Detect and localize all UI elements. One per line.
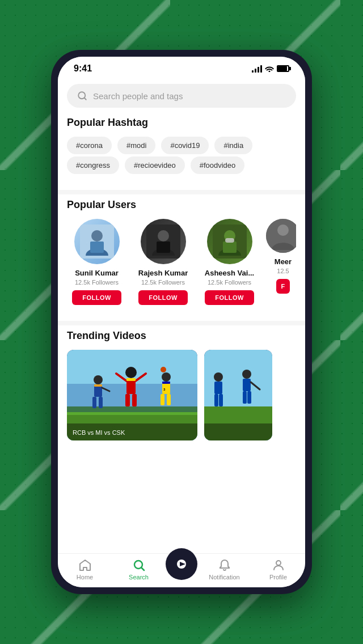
search-nav-icon: [132, 558, 146, 572]
svg-rect-22: [99, 397, 103, 408]
nav-profile-label: Profile: [269, 574, 287, 581]
hashtag-corona[interactable]: #corona: [67, 137, 112, 154]
avatar-meer: [266, 219, 296, 253]
users-scroll: Sunil Kumar 12.5k Followers FOLLOW: [67, 219, 296, 307]
wifi-icon: [265, 65, 274, 72]
svg-point-5: [158, 230, 169, 242]
svg-point-41: [214, 372, 223, 382]
nav-search[interactable]: Search: [112, 558, 166, 581]
divider-1: [58, 190, 305, 194]
user-followers-sunil: 12.5k Followers: [75, 279, 119, 286]
bottom-spacer: [58, 450, 305, 461]
svg-point-30: [162, 372, 171, 382]
svg-rect-50: [204, 423, 272, 440]
status-icons: [252, 65, 289, 73]
svg-rect-46: [243, 379, 251, 391]
hashtag-foodvideo[interactable]: #foodvideo: [191, 156, 245, 174]
svg-text:RCB vs MI vs CSK: RCB vs MI vs CSK: [73, 429, 125, 436]
svg-rect-43: [214, 394, 218, 406]
nav-profile[interactable]: Profile: [251, 558, 305, 581]
svg-rect-9: [223, 242, 237, 253]
user-card-meer[interactable]: Meer 12.5 F: [266, 219, 296, 305]
svg-rect-33: [161, 394, 164, 405]
hashtag-covid19[interactable]: #covid19: [161, 137, 209, 154]
hashtag-recioevideo[interactable]: #recioevideo: [125, 156, 185, 174]
trending-videos-title: Trending Videos: [67, 330, 296, 342]
video-card-2[interactable]: [204, 350, 272, 440]
popular-users-section: Popular Users: [58, 199, 305, 316]
svg-rect-6: [157, 242, 170, 253]
user-name-meer: Meer: [275, 257, 292, 266]
hashtag-india[interactable]: #india: [214, 137, 252, 154]
notification-icon: [218, 558, 231, 572]
svg-rect-19: [94, 384, 102, 387]
hashtag-modi[interactable]: #modi: [117, 137, 155, 154]
user-followers-meer: 12.5: [277, 268, 289, 274]
follow-btn-meer[interactable]: F: [276, 279, 289, 294]
svg-rect-42: [214, 382, 222, 394]
user-card-asheesh[interactable]: Asheesh Vai... 12.5k Followers FOLLOW: [200, 219, 259, 305]
follow-btn-sunil[interactable]: FOLLOW: [72, 290, 121, 305]
svg-rect-28: [125, 394, 130, 406]
svg-rect-10: [225, 238, 234, 243]
svg-point-36: [161, 367, 166, 372]
svg-point-17: [94, 375, 103, 384]
nav-notification[interactable]: Notification: [197, 558, 251, 581]
svg-rect-27: [126, 378, 136, 381]
bottom-nav: Home Search: [58, 553, 305, 587]
video-card-1[interactable]: 3 RCB vs MI vs CSK: [67, 350, 197, 440]
svg-rect-44: [219, 394, 223, 406]
hashtag-row-1: #corona #modi #covid19 #india: [67, 137, 296, 154]
svg-point-2: [91, 230, 103, 242]
trending-videos-section: Trending Videos: [58, 330, 305, 450]
avatar-sunil: [74, 219, 120, 264]
user-name-rajesh: Rajesh Kumar: [138, 269, 188, 277]
phone-screen: 9:41: [58, 57, 305, 587]
avatar-rajesh: [141, 219, 186, 264]
popular-hashtag-section: Popular Hashtag #corona #modi #covid19 #…: [58, 117, 305, 185]
user-name-asheesh: Asheesh Vai...: [205, 269, 254, 277]
phone-frame: 9:41: [51, 50, 312, 594]
svg-rect-29: [132, 394, 137, 406]
record-icon: [174, 556, 189, 572]
svg-rect-32: [162, 382, 170, 384]
svg-rect-3: [90, 242, 104, 253]
nav-record-button[interactable]: [166, 548, 197, 580]
follow-btn-rajesh[interactable]: FOLLOW: [138, 290, 188, 305]
nav-search-label: Search: [129, 574, 149, 581]
svg-rect-48: [243, 391, 247, 404]
user-followers-rajesh: 12.5k Followers: [141, 279, 185, 286]
svg-point-12: [277, 224, 289, 236]
divider-2: [58, 321, 305, 325]
svg-point-45: [242, 370, 251, 379]
nav-home-label: Home: [77, 574, 93, 581]
avatar-asheesh: [207, 219, 252, 264]
status-bar: 9:41: [58, 57, 305, 78]
home-icon: [78, 558, 92, 572]
nav-notification-label: Notification: [209, 574, 239, 581]
svg-point-53: [276, 561, 281, 565]
search-bar[interactable]: Search people and tags: [67, 84, 296, 108]
follow-btn-asheesh[interactable]: FOLLOW: [205, 290, 254, 305]
signal-icon: [252, 65, 262, 73]
user-followers-asheesh: 12.5k Followers: [208, 279, 251, 286]
hashtag-congress[interactable]: #congress: [67, 156, 119, 174]
video-thumbnail-2: [204, 350, 272, 440]
popular-hashtag-title: Popular Hashtag: [67, 117, 296, 129]
nav-home[interactable]: Home: [58, 558, 112, 581]
svg-rect-34: [167, 394, 171, 405]
search-placeholder: Search people and tags: [93, 91, 183, 101]
user-card-rajesh[interactable]: Rajesh Kumar 12.5k Followers FOLLOW: [133, 219, 193, 305]
videos-scroll: 3 RCB vs MI vs CSK: [67, 350, 296, 440]
profile-icon: [272, 558, 285, 572]
video-thumbnail-1: 3 RCB vs MI vs CSK: [67, 350, 197, 440]
search-icon: [77, 91, 87, 101]
user-name-sunil: Sunil Kumar: [75, 269, 119, 277]
main-content: Search people and tags Popular Hashtag #…: [58, 78, 305, 553]
svg-rect-15: [67, 412, 197, 415]
svg-rect-21: [92, 397, 96, 408]
battery-icon: [277, 65, 289, 72]
status-time: 9:41: [74, 63, 92, 74]
svg-point-23: [125, 367, 137, 378]
user-card-sunil[interactable]: Sunil Kumar 12.5k Followers FOLLOW: [67, 219, 126, 305]
